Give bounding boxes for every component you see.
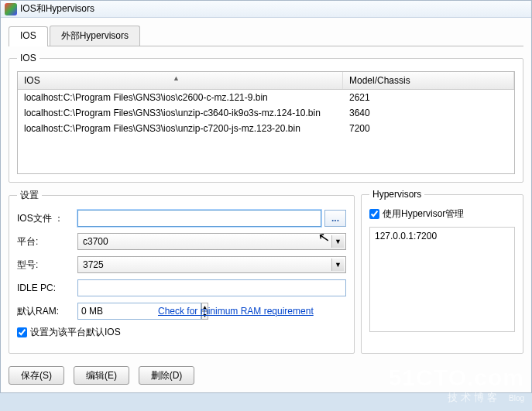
row-default-ios: 设置为该平台默认IOS bbox=[17, 326, 346, 339]
model-select[interactable]: 3725 ▼ bbox=[77, 256, 346, 273]
lower-panels: 设置 IOS文件 ： ... 平台: c3700 ▼ 型号: 3 bbox=[9, 189, 523, 360]
tabstrip: IOS 外部Hypervisors bbox=[9, 26, 523, 46]
column-header-model[interactable]: Model/Chassis bbox=[343, 72, 514, 89]
settings-group: 设置 IOS文件 ： ... 平台: c3700 ▼ 型号: 3 bbox=[9, 189, 355, 354]
table-row[interactable]: localhost:C:\Program Files\GNS3\ios\unzi… bbox=[18, 121, 514, 136]
use-hv-manager-checkbox[interactable] bbox=[369, 209, 379, 219]
ram-spinner[interactable]: ▲ ▼ bbox=[77, 303, 149, 320]
platform-select[interactable]: c3700 ▼ bbox=[77, 233, 346, 250]
delete-button[interactable]: 删除(D) bbox=[139, 366, 194, 385]
row-idlepc: IDLE PC: bbox=[17, 279, 346, 296]
sort-indicator-icon: ▲ bbox=[173, 74, 180, 82]
content-area: IOS 外部Hypervisors IOS IOS ▲ Model/Chassi… bbox=[1, 18, 531, 392]
tab-ios[interactable]: IOS bbox=[9, 26, 48, 46]
ios-list-legend: IOS bbox=[17, 53, 39, 63]
cell-path: localhost:C:\Program Files\GNS3\ios\c260… bbox=[18, 91, 343, 104]
idlepc-label: IDLE PC: bbox=[17, 283, 77, 293]
idlepc-input[interactable] bbox=[77, 279, 346, 296]
dialog-window: IOS和Hypervisors IOS 外部Hypervisors IOS IO… bbox=[0, 0, 532, 393]
cell-model: 3640 bbox=[343, 107, 514, 119]
ios-list-group: IOS IOS ▲ Model/Chassis localhost:C:\Pro… bbox=[9, 53, 523, 183]
default-ios-checkbox[interactable] bbox=[17, 327, 27, 337]
hypervisor-list[interactable]: 127.0.0.1:7200 bbox=[369, 227, 515, 332]
use-hv-manager-label: 使用Hypervisor管理 bbox=[383, 207, 464, 221]
hypervisors-legend: Hypervisors bbox=[369, 189, 424, 200]
cell-path: localhost:C:\Program Files\GNS3\ios\unzi… bbox=[18, 122, 343, 135]
model-value: 3725 bbox=[83, 259, 104, 270]
watermark-blog: Blog bbox=[509, 394, 524, 402]
edit-button[interactable]: 编辑(E) bbox=[74, 366, 129, 385]
platform-label: 平台: bbox=[17, 235, 77, 248]
chevron-down-icon: ▼ bbox=[331, 235, 344, 248]
hypervisors-group: Hypervisors 使用Hypervisor管理 127.0.0.1:720… bbox=[361, 189, 523, 354]
ios-file-label: IOS文件 ： bbox=[17, 212, 77, 225]
default-ios-label: 设置为该平台默认IOS bbox=[30, 326, 121, 339]
column-header-ios[interactable]: IOS ▲ bbox=[18, 72, 343, 89]
browse-button[interactable]: ... bbox=[324, 210, 346, 227]
watermark-sub: 技术博客 bbox=[448, 392, 500, 403]
cell-path: localhost:C:\Program Files\GNS3\ios\unzi… bbox=[18, 107, 343, 119]
ram-check-link[interactable]: Check for minimum RAM requirement bbox=[158, 306, 314, 317]
window-title: IOS和Hypervisors bbox=[20, 2, 94, 15]
ram-label: 默认RAM: bbox=[17, 305, 77, 318]
ios-table-body[interactable]: localhost:C:\Program Files\GNS3\ios\c260… bbox=[18, 90, 514, 173]
table-row[interactable]: localhost:C:\Program Files\GNS3\ios\c260… bbox=[18, 90, 514, 105]
chevron-down-icon: ▼ bbox=[331, 259, 344, 271]
ios-table: IOS ▲ Model/Chassis localhost:C:\Program… bbox=[17, 71, 515, 174]
tab-external-hypervisors[interactable]: 外部Hypervisors bbox=[50, 26, 140, 46]
cell-model: 7200 bbox=[343, 122, 514, 135]
row-ios-file: IOS文件 ： ... bbox=[17, 210, 346, 227]
settings-legend: 设置 bbox=[17, 189, 42, 202]
cell-model: 2621 bbox=[343, 91, 514, 104]
row-use-hv-manager: 使用Hypervisor管理 bbox=[369, 207, 515, 221]
row-ram: 默认RAM: ▲ ▼ Check for minimum RAM require… bbox=[17, 303, 346, 320]
table-row[interactable]: localhost:C:\Program Files\GNS3\ios\unzi… bbox=[18, 105, 514, 121]
model-label: 型号: bbox=[17, 259, 77, 272]
titlebar[interactable]: IOS和Hypervisors bbox=[1, 1, 531, 18]
ios-table-header: IOS ▲ Model/Chassis bbox=[18, 72, 514, 90]
app-icon bbox=[5, 3, 17, 15]
save-button[interactable]: 保存(S) bbox=[9, 366, 64, 385]
ios-file-input[interactable] bbox=[77, 210, 321, 227]
row-platform: 平台: c3700 ▼ bbox=[17, 233, 346, 250]
row-model: 型号: 3725 ▼ bbox=[17, 256, 346, 273]
action-buttons: 保存(S) 编辑(E) 删除(D) bbox=[9, 366, 523, 385]
platform-value: c3700 bbox=[83, 236, 108, 247]
list-item[interactable]: 127.0.0.1:7200 bbox=[375, 231, 510, 241]
